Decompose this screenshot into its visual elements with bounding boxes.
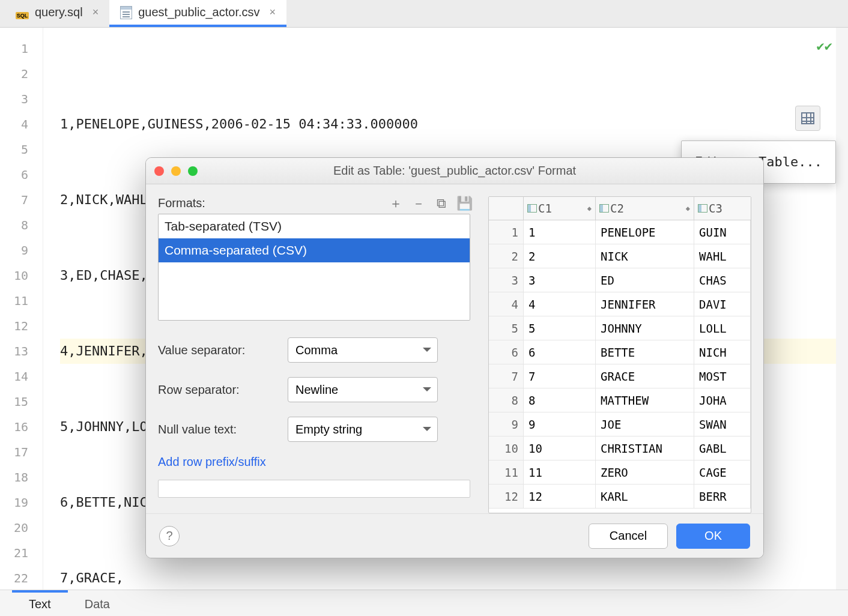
row-number: 10 — [489, 436, 524, 460]
formats-label: Formats: — [158, 196, 205, 210]
cell-c3[interactable]: BERR — [694, 485, 751, 508]
tab-guest-csv[interactable]: guest_public_actor.csv × — [109, 0, 286, 27]
cell-c3[interactable]: WAHL — [694, 244, 751, 268]
tab-text[interactable]: Text — [12, 590, 68, 616]
cell-c3[interactable]: MOST — [694, 364, 751, 388]
cell-c1[interactable]: 2 — [524, 244, 596, 268]
cell-c3[interactable]: NICH — [694, 340, 751, 364]
value-separator-combo[interactable]: Comma — [288, 337, 438, 363]
table-row[interactable]: 5 5 JOHNNY LOLL — [489, 316, 751, 340]
table-row[interactable]: 1 1 PENELOPE GUIN — [489, 220, 751, 244]
remove-format-icon[interactable]: － — [413, 198, 425, 210]
table-row[interactable]: 11 11 ZERO CAGE — [489, 460, 751, 485]
gutter: 12345678910111213141516171819202122 — [0, 28, 43, 590]
inspection-ok-icon[interactable]: ✔✔ — [817, 34, 833, 59]
table-row[interactable]: 6 6 BETTE NICH — [489, 340, 751, 364]
cell-c3[interactable]: LOLL — [694, 316, 751, 340]
cell-c2[interactable]: CHRISTIAN — [596, 436, 694, 460]
cell-c3[interactable]: JOHA — [694, 388, 751, 412]
cell-c3[interactable]: CHAS — [694, 268, 751, 292]
cell-c1[interactable]: 11 — [524, 460, 596, 484]
table-row[interactable]: 8 8 MATTHEW JOHA — [489, 388, 751, 412]
cell-c3[interactable]: CAGE — [694, 460, 751, 484]
scrollbar[interactable] — [836, 28, 848, 590]
cell-c3[interactable]: DAVI — [694, 292, 751, 316]
table-row[interactable]: 12 12 KARL BERR — [489, 485, 751, 509]
row-number: 4 — [489, 292, 524, 316]
cell-c1[interactable]: 3 — [524, 268, 596, 292]
row-number: 3 — [489, 268, 524, 292]
code-line: 7,GRACE, — [60, 566, 836, 591]
column-header-c2[interactable]: C2◆ — [596, 197, 694, 220]
column-header-c1[interactable]: C1◆ — [524, 197, 596, 220]
cell-c2[interactable]: NICK — [596, 244, 694, 268]
quotation-section[interactable] — [158, 480, 470, 498]
cell-c2[interactable]: JOHNNY — [596, 316, 694, 340]
cancel-button[interactable]: Cancel — [589, 524, 668, 549]
null-value-combo[interactable]: Empty string — [288, 417, 438, 442]
edit-as-table-button[interactable] — [795, 106, 820, 131]
null-value-label: Null value text: — [158, 423, 278, 436]
dialog-title: Edit as Table: 'guest_public_actor.csv' … — [146, 164, 763, 178]
format-item-csv[interactable]: Comma-separated (CSV) — [159, 238, 470, 262]
window-minimize-icon[interactable] — [171, 166, 181, 176]
table-row[interactable]: 7 7 GRACE MOST — [489, 364, 751, 388]
cell-c1[interactable]: 5 — [524, 316, 596, 340]
table-row[interactable]: 2 2 NICK WAHL — [489, 244, 751, 268]
formats-list[interactable]: Tab-separated (TSV) Comma-separated (CSV… — [158, 214, 470, 321]
copy-format-icon[interactable]: ⧉ — [435, 198, 447, 210]
table-row[interactable]: 10 10 CHRISTIAN GABL — [489, 436, 751, 460]
bottom-tabs: Text Data — [0, 590, 848, 616]
ok-button[interactable]: OK — [676, 524, 750, 549]
cell-c1[interactable]: 6 — [524, 340, 596, 364]
row-separator-combo[interactable]: Newline — [288, 377, 438, 402]
cell-c3[interactable]: GUIN — [694, 220, 751, 244]
cell-c1[interactable]: 9 — [524, 412, 596, 436]
cell-c1[interactable]: 1 — [524, 220, 596, 244]
format-item-tsv[interactable]: Tab-separated (TSV) — [159, 214, 470, 238]
close-icon[interactable]: × — [92, 6, 99, 19]
row-number: 6 — [489, 340, 524, 364]
table-row[interactable]: 4 4 JENNIFER DAVI — [489, 292, 751, 316]
cell-c3[interactable]: SWAN — [694, 412, 751, 436]
cell-c2[interactable]: BETTE — [596, 340, 694, 364]
close-icon[interactable]: × — [270, 6, 276, 19]
cell-c2[interactable]: ZERO — [596, 460, 694, 484]
file-tabs: query.sql × guest_public_actor.csv × — [0, 0, 848, 28]
cell-c3[interactable]: GABL — [694, 436, 751, 460]
add-prefix-suffix-link[interactable]: Add row prefix/suffix — [158, 455, 470, 469]
row-number: 2 — [489, 244, 524, 268]
add-format-icon[interactable]: ＋ — [390, 198, 402, 210]
row-number-header[interactable] — [489, 197, 524, 220]
tab-label: query.sql — [35, 5, 83, 19]
tab-data[interactable]: Data — [68, 590, 127, 616]
cell-c2[interactable]: GRACE — [596, 364, 694, 388]
column-header-c3[interactable]: C3 — [694, 197, 751, 220]
preview-table: C1◆ C2◆ C3 1 1 PENELOPE GUIN2 2 NICK WAH… — [488, 196, 751, 513]
tab-query-sql[interactable]: query.sql × — [5, 0, 109, 27]
save-format-icon[interactable]: 💾 — [458, 198, 470, 210]
cell-c2[interactable]: JENNIFER — [596, 292, 694, 316]
cell-c2[interactable]: JOE — [596, 412, 694, 436]
cell-c2[interactable]: PENELOPE — [596, 220, 694, 244]
dialog-titlebar[interactable]: Edit as Table: 'guest_public_actor.csv' … — [146, 158, 763, 184]
cell-c2[interactable]: KARL — [596, 485, 694, 508]
row-number: 7 — [489, 364, 524, 388]
window-close-icon[interactable] — [154, 166, 164, 176]
cell-c2[interactable]: ED — [596, 268, 694, 292]
row-number: 9 — [489, 412, 524, 436]
cell-c1[interactable]: 12 — [524, 485, 596, 508]
cell-c1[interactable]: 10 — [524, 436, 596, 460]
row-number: 8 — [489, 388, 524, 412]
row-number: 5 — [489, 316, 524, 340]
table-row[interactable]: 3 3 ED CHAS — [489, 268, 751, 292]
help-button[interactable]: ? — [159, 526, 180, 546]
cell-c1[interactable]: 7 — [524, 364, 596, 388]
cell-c1[interactable]: 4 — [524, 292, 596, 316]
code-line: 1,PENELOPE,GUINESS,2006-02-15 04:34:33.0… — [60, 112, 836, 137]
edit-as-table-dialog: Edit as Table: 'guest_public_actor.csv' … — [145, 157, 764, 558]
window-zoom-icon[interactable] — [188, 166, 198, 176]
cell-c1[interactable]: 8 — [524, 388, 596, 412]
table-row[interactable]: 9 9 JOE SWAN — [489, 412, 751, 436]
cell-c2[interactable]: MATTHEW — [596, 388, 694, 412]
